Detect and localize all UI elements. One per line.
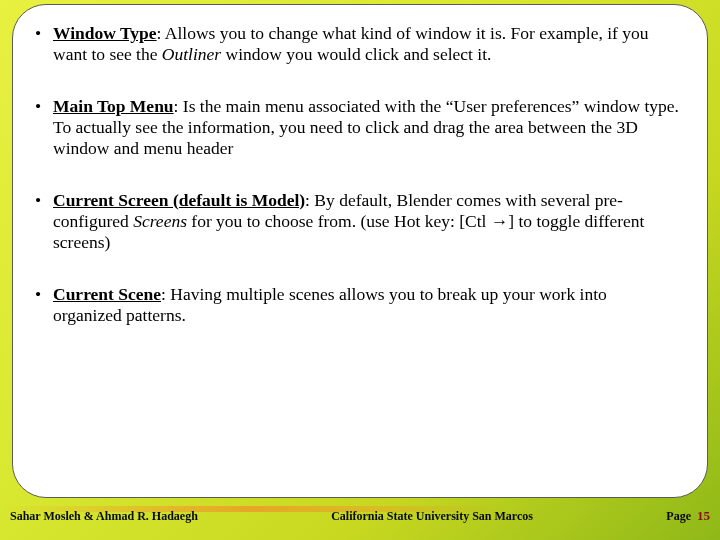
content-panel: Window Type: Allows you to change what k… <box>12 4 708 498</box>
bullet-title: Current Screen (default is Model) <box>53 190 305 210</box>
bullet-item: Current Scene: Having multiple scenes al… <box>53 284 679 327</box>
page-number: 15 <box>697 508 710 524</box>
bullet-title: Main Top Menu <box>53 96 174 116</box>
bullet-title: Current Scene <box>53 284 161 304</box>
bullet-item: Window Type: Allows you to change what k… <box>53 23 679 66</box>
page-label: Page <box>666 509 691 524</box>
slide: Window Type: Allows you to change what k… <box>0 0 720 540</box>
bullet-title: Window Type <box>53 23 157 43</box>
footer-page: Page 15 <box>666 508 710 524</box>
bullet-item: Current Screen (default is Model): By de… <box>53 190 679 254</box>
footer-affiliation: California State University San Marcos <box>198 509 667 524</box>
footer: Sahar Mosleh & Ahmad R. Hadaegh Californ… <box>0 498 720 540</box>
bullet-list: Window Type: Allows you to change what k… <box>53 23 679 326</box>
bullet-item: Main Top Menu: Is the main menu associat… <box>53 96 679 160</box>
footer-author: Sahar Mosleh & Ahmad R. Hadaegh <box>10 509 198 524</box>
